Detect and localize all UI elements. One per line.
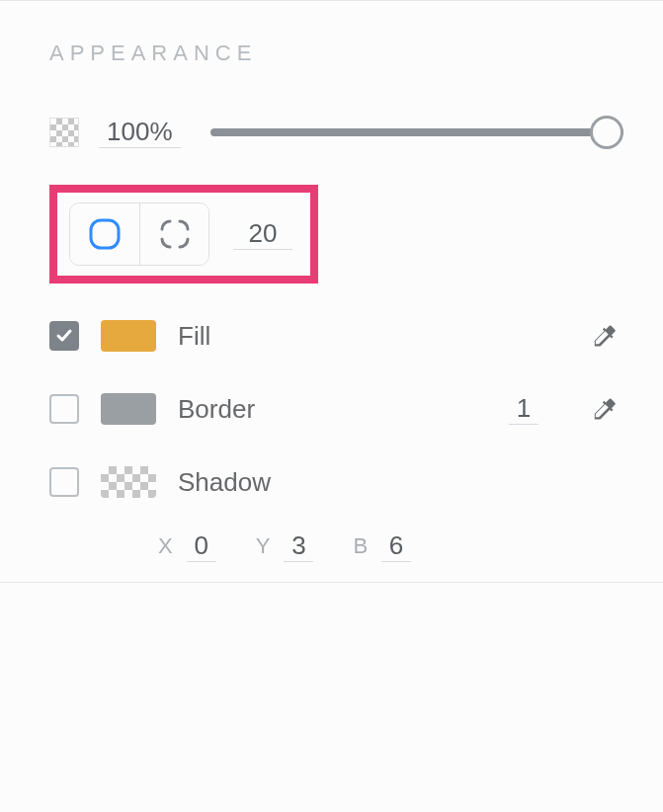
opacity-row: 100% [49, 116, 623, 149]
shadow-y-input[interactable]: 3 [284, 530, 313, 562]
rounded-rect-icon [88, 217, 122, 251]
border-row: Border 1 [49, 386, 623, 432]
eyedropper-icon [590, 322, 618, 350]
shadow-x-label: X [158, 533, 173, 559]
corner-radius-highlight: 20 [49, 185, 318, 284]
opacity-slider-track [210, 128, 624, 136]
shadow-offsets-row: X 0 Y 3 B 6 [158, 530, 623, 562]
border-label: Border [178, 394, 255, 425]
shadow-color-swatch[interactable] [101, 466, 156, 498]
fill-color-swatch[interactable] [101, 320, 156, 352]
appearance-panel: APPEARANCE 100% 2 [0, 0, 663, 583]
section-heading: APPEARANCE [49, 41, 623, 66]
opacity-slider[interactable] [210, 116, 624, 149]
opacity-input[interactable]: 100% [99, 117, 181, 148]
shadow-b-input[interactable]: 6 [381, 530, 411, 562]
checkmark-icon [54, 326, 74, 346]
eyedropper-icon [590, 395, 618, 423]
fill-label: Fill [178, 321, 210, 352]
opacity-slider-thumb[interactable] [590, 116, 623, 149]
border-checkbox[interactable] [49, 394, 79, 424]
shadow-label: Shadow [178, 467, 271, 498]
shadow-row: Shadow [49, 459, 623, 505]
opacity-checker-icon [49, 118, 79, 147]
fill-eyedropper-button[interactable] [584, 316, 623, 356]
svg-rect-0 [91, 220, 119, 248]
shadow-b-label: B [353, 533, 368, 559]
shadow-y-label: Y [256, 533, 271, 559]
shadow-checkbox[interactable] [49, 467, 79, 497]
border-eyedropper-button[interactable] [584, 389, 623, 429]
independent-corners-icon [158, 217, 192, 251]
border-color-swatch[interactable] [101, 393, 156, 425]
corner-radius-mode-segmented [69, 203, 209, 266]
corner-radius-input[interactable]: 20 [233, 218, 292, 250]
fill-row: Fill [49, 313, 623, 359]
shadow-x-input[interactable]: 0 [187, 530, 216, 562]
fill-checkbox[interactable] [49, 321, 79, 351]
corner-radius-independent-button[interactable] [139, 203, 208, 265]
corner-radius-uniform-button[interactable] [70, 203, 139, 265]
border-width-input[interactable]: 1 [509, 393, 539, 425]
